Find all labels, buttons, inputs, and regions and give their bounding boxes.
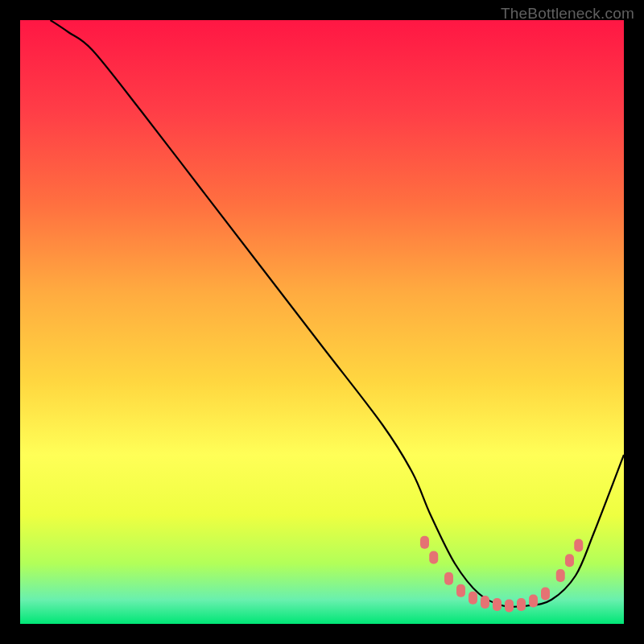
watermark-text: TheBottleneck.com: [501, 5, 634, 23]
optimal-marker: [469, 592, 477, 605]
optimal-marker: [505, 600, 514, 613]
optimal-marker: [456, 584, 465, 597]
optimal-marker: [529, 595, 538, 608]
optimal-marker: [429, 551, 438, 564]
optimal-marker: [556, 569, 565, 582]
chart-svg: [20, 20, 624, 624]
optimal-marker: [444, 572, 453, 585]
optimal-marker: [565, 554, 574, 567]
optimal-marker: [481, 596, 489, 609]
optimal-marker: [517, 598, 526, 611]
chart-container: [20, 20, 624, 624]
optimal-marker: [420, 536, 429, 549]
optimal-marker: [574, 539, 583, 552]
optimal-marker: [541, 588, 550, 601]
gradient-background: [20, 20, 624, 624]
optimal-marker: [493, 598, 502, 611]
